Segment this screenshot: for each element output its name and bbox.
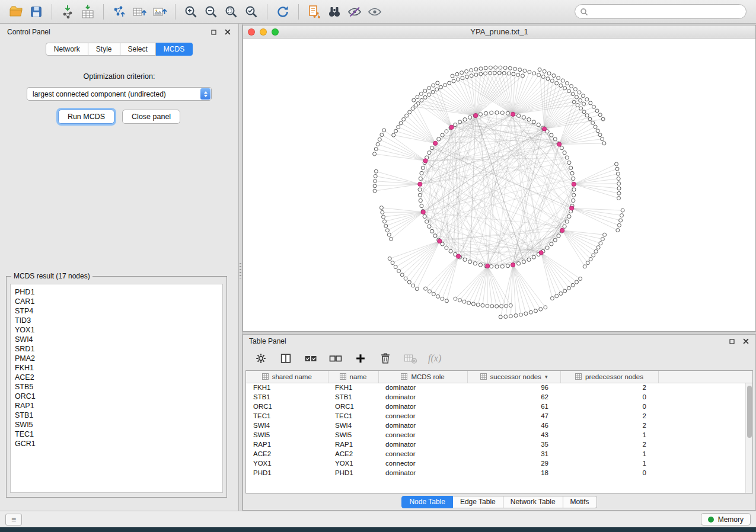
- tab-style[interactable]: Style: [88, 43, 120, 56]
- zoom-in-icon[interactable]: [181, 2, 201, 21]
- table-row[interactable]: STB1STB1dominator620: [246, 392, 752, 402]
- column-header-shared-name[interactable]: shared name: [246, 371, 328, 383]
- mcds-result-item[interactable]: FKH1: [15, 363, 222, 373]
- table-row[interactable]: SWI4SWI4dominator462: [246, 421, 752, 430]
- table-body: FKH1FKH1dominator962STB1STB1dominator620…: [246, 383, 752, 477]
- optimization-criterion-select[interactable]: largest connected component (undirected): [27, 87, 212, 101]
- mcds-result-item[interactable]: CAR1: [15, 297, 222, 306]
- export-table-icon[interactable]: [129, 2, 149, 21]
- table-row[interactable]: PHD1PHD1dominator180: [246, 468, 752, 477]
- mcds-result-item[interactable]: TEC1: [15, 430, 222, 439]
- open-session-icon[interactable]: [6, 2, 26, 21]
- table-row[interactable]: TEC1TEC1connector472: [246, 411, 752, 421]
- export-image-icon[interactable]: [149, 2, 170, 21]
- mcds-result-item[interactable]: STB1: [15, 411, 222, 420]
- mcds-result-box: MCDS result (17 nodes) PHD1CAR1STP4TID3Y…: [6, 276, 227, 498]
- mcds-result-list[interactable]: PHD1CAR1STP4TID3YOX1SWI4SRD1PMA2FKH1ACE2…: [10, 284, 223, 493]
- window-zoom-button[interactable]: [272, 28, 279, 36]
- toolbar-separator: [52, 4, 52, 20]
- table-panel: Table Panel: [243, 334, 756, 511]
- share-document-icon[interactable]: [304, 2, 324, 21]
- network-window-titlebar[interactable]: YPA_prune.txt_1: [243, 25, 755, 39]
- mcds-result-item[interactable]: ACE2: [15, 373, 222, 382]
- app-window: Control Panel NetworkStyleSelectMCDS Opt…: [0, 0, 756, 532]
- mcds-result-item[interactable]: PMA2: [15, 354, 222, 363]
- apply-function-icon[interactable]: f(x): [428, 353, 441, 364]
- mcds-result-item[interactable]: SWI5: [15, 420, 222, 430]
- run-mcds-button[interactable]: Run MCDS: [58, 110, 114, 124]
- table-row[interactable]: YOX1YOX1connector291: [246, 459, 752, 468]
- mcds-result-item[interactable]: STB5: [15, 382, 222, 392]
- status-bar: ≡ Memory: [0, 511, 756, 527]
- zoom-fit-icon[interactable]: [221, 2, 241, 21]
- hide-annotations-icon[interactable]: [344, 2, 365, 21]
- float-table-panel-icon[interactable]: [728, 338, 735, 345]
- mcds-result-item[interactable]: STP4: [15, 306, 222, 316]
- select-all-rows-icon[interactable]: [304, 351, 318, 366]
- memory-status-icon: [708, 517, 714, 523]
- toolbar-separator: [103, 4, 104, 20]
- table-settings-icon[interactable]: [254, 351, 268, 366]
- deselect-all-rows-icon[interactable]: [328, 351, 343, 366]
- mcds-result-item[interactable]: YOX1: [15, 325, 222, 335]
- close-table-panel-icon[interactable]: [742, 338, 749, 345]
- search-icon: [580, 8, 588, 18]
- column-header-predecessor-nodes[interactable]: predecessor nodes: [560, 371, 658, 383]
- search-network-icon[interactable]: [324, 2, 344, 21]
- search-input[interactable]: [575, 4, 747, 19]
- main-toolbar: [0, 0, 756, 24]
- show-graphics-icon[interactable]: [365, 2, 385, 21]
- tab-edge-table[interactable]: Edge Table: [453, 496, 503, 508]
- column-header-successor-nodes[interactable]: successor nodes▾: [467, 371, 560, 383]
- mcds-result-item[interactable]: SRD1: [15, 344, 222, 354]
- column-header-MCDS-role[interactable]: MCDS role: [378, 371, 467, 383]
- mcds-result-item[interactable]: SWI4: [15, 335, 222, 344]
- tab-network[interactable]: Network: [46, 43, 88, 56]
- window-minimize-button[interactable]: [260, 28, 267, 36]
- tab-motifs[interactable]: Motifs: [563, 496, 597, 508]
- mcds-result-item[interactable]: RAP1: [15, 401, 222, 411]
- column-header-name[interactable]: name: [328, 371, 378, 383]
- table-toolbar: f(x): [243, 348, 755, 369]
- table-row[interactable]: ACE2ACE2connector311: [246, 449, 752, 459]
- toolbar-separator: [267, 4, 267, 20]
- mcds-result-item[interactable]: TID3: [15, 316, 222, 325]
- mcds-result-item[interactable]: GCR1: [15, 439, 222, 448]
- zoom-out-icon[interactable]: [201, 2, 221, 21]
- toolbar-separator: [175, 4, 176, 20]
- close-panel-button[interactable]: Close panel: [122, 110, 180, 124]
- table-header-row: shared namenameMCDS rolesuccessor nodes▾…: [246, 371, 752, 383]
- search-field: [575, 4, 747, 19]
- node-table: shared namenameMCDS rolesuccessor nodes▾…: [245, 370, 753, 493]
- scrollbar-thumb[interactable]: [747, 386, 752, 438]
- save-session-icon[interactable]: [26, 2, 46, 21]
- add-row-icon[interactable]: [353, 351, 368, 366]
- import-table-icon[interactable]: [78, 2, 98, 21]
- refresh-view-icon[interactable]: [273, 2, 293, 21]
- memory-button[interactable]: Memory: [701, 513, 751, 525]
- delete-rows-icon[interactable]: [378, 351, 393, 366]
- export-network-icon[interactable]: [109, 2, 129, 21]
- table-scrollbar[interactable]: [745, 383, 752, 493]
- close-panel-icon[interactable]: [224, 28, 231, 36]
- clear-table-icon[interactable]: [403, 351, 417, 366]
- tab-select[interactable]: Select: [120, 43, 156, 56]
- window-close-button[interactable]: [248, 28, 255, 36]
- table-row[interactable]: FKH1FKH1dominator962: [246, 383, 752, 392]
- control-panel-tabs: NetworkStyleSelectMCDS: [0, 43, 238, 56]
- import-network-icon[interactable]: [58, 2, 78, 21]
- column-visibility-icon[interactable]: [279, 351, 293, 366]
- table-row[interactable]: ORC1ORC1dominator610: [246, 402, 752, 411]
- mcds-result-item[interactable]: ORC1: [15, 392, 222, 401]
- mcds-result-item[interactable]: PHD1: [15, 287, 222, 297]
- table-row[interactable]: RAP1RAP1dominator352: [246, 440, 752, 449]
- tab-node-table[interactable]: Node Table: [401, 496, 453, 508]
- network-canvas[interactable]: [243, 39, 755, 331]
- zoom-selected-icon[interactable]: [241, 2, 261, 21]
- tab-network-table[interactable]: Network Table: [503, 496, 563, 508]
- network-graph[interactable]: [243, 39, 755, 331]
- float-panel-icon[interactable]: [210, 28, 217, 36]
- table-row[interactable]: SWI5SWI5connector431: [246, 430, 752, 440]
- tab-mcds[interactable]: MCDS: [156, 43, 193, 56]
- task-history-icon[interactable]: ≡: [5, 514, 22, 525]
